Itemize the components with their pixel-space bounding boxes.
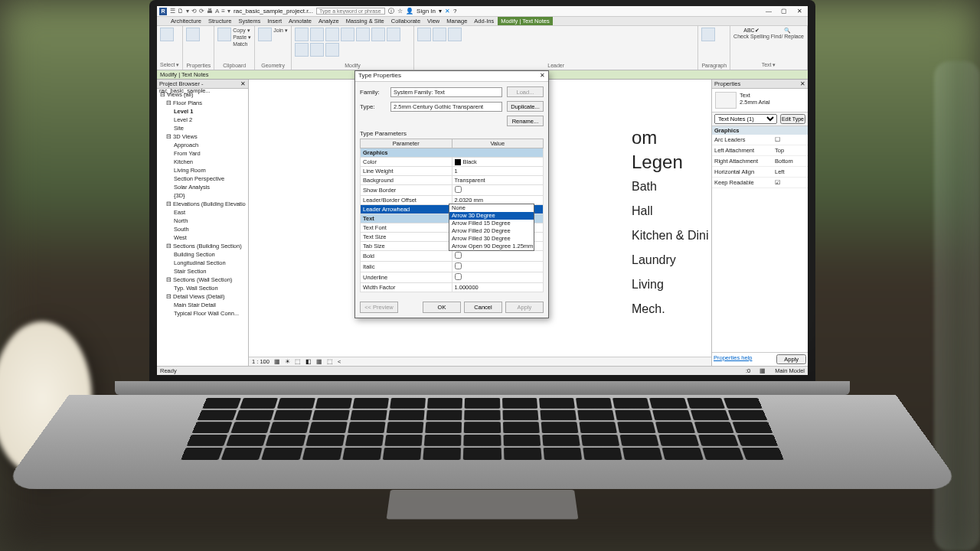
signin-link[interactable]: Sign In (416, 8, 436, 15)
tab-insert[interactable]: Insert (264, 17, 285, 25)
exchange-icon[interactable]: ✕ (445, 8, 450, 15)
properties-palette: Properties✕ Text2.5mm Arial Text Notes (… (711, 80, 808, 366)
tree-node[interactable]: ⊟ Detail Views (Detail) (158, 292, 247, 301)
tree[interactable]: ⊟ Views (all)⊟ Floor PlansLevel 1Level 2… (157, 89, 248, 366)
tree-node[interactable]: Section Perspective (158, 174, 247, 183)
type-select[interactable]: 2.5mm Century Gothic Transparent (390, 102, 502, 112)
tree-node[interactable]: Approach (158, 141, 247, 149)
quick-access[interactable]: ☰🗋▾⟲⟳🖶A≡▾ (170, 8, 230, 15)
tab-architecture[interactable]: Architecture (168, 17, 204, 25)
tab-view[interactable]: View (424, 17, 443, 25)
tab-addins[interactable]: Add-Ins (471, 17, 497, 25)
tree-node[interactable]: Kitchen (158, 158, 247, 166)
tab-manage[interactable]: Manage (443, 17, 470, 25)
paste-button[interactable] (217, 28, 231, 41)
duplicate-button[interactable]: Duplicate... (507, 101, 544, 112)
tree-node[interactable]: South (158, 225, 247, 233)
rename-button[interactable]: Rename... (507, 116, 544, 126)
tree-node[interactable]: ⊟ Sections (Building Section) (158, 242, 247, 250)
dropdown-option[interactable]: Arrow Filled 30 Degree (449, 235, 534, 243)
properties-help-link[interactable]: Properties help (714, 354, 773, 364)
load-button: Load... (507, 86, 544, 97)
close-icon[interactable]: ✕ (800, 80, 805, 87)
project-name: rac_basic_sample_project.r... (234, 8, 313, 15)
dropdown-option[interactable]: Arrow 30 Degree (449, 212, 534, 220)
leader-button[interactable] (417, 28, 431, 41)
tab-systems[interactable]: Systems (235, 17, 263, 25)
apply-button[interactable]: Apply (776, 354, 806, 364)
help-icon[interactable]: ? (453, 8, 456, 15)
tree-node[interactable]: ⊟ Floor Plans (158, 99, 247, 107)
dropdown-option[interactable]: Arrow Filled 20 Degree (449, 227, 534, 235)
tree-node[interactable]: Level 2 (158, 116, 247, 124)
tab-collaborate[interactable]: Collaborate (388, 17, 423, 25)
tree-node[interactable]: From Yard (158, 149, 247, 158)
tree-node[interactable]: North (158, 217, 247, 225)
tree-node[interactable]: ⊟ 3D Views (158, 132, 247, 141)
tab-annotate[interactable]: Annotate (286, 17, 315, 25)
tab-structure[interactable]: Structure (205, 17, 234, 25)
tree-node[interactable]: Main Stair Detail (158, 301, 247, 309)
project-browser: Project Browser - rac_basic_sample...✕ ⊟… (157, 80, 249, 366)
tree-node[interactable]: ⊟ Sections (Wall Section) (158, 276, 247, 284)
room-legend: om Legen BathHallKitchen & DiniLaundryLi… (632, 126, 711, 321)
tree-node[interactable]: Typical Floor Wall Conn... (158, 309, 247, 318)
join-button[interactable] (258, 28, 272, 41)
type-properties-dialog: Type Properties✕ Family: System Family: … (354, 70, 549, 318)
selection-count: :0 (746, 367, 750, 374)
modify-tools[interactable] (295, 28, 410, 57)
app-window: R ☰🗋▾⟲⟳🖶A≡▾ rac_basic_sample_project.r..… (157, 6, 808, 375)
paragraph-button[interactable] (701, 28, 715, 41)
type-selector[interactable]: Text Notes (1) (714, 114, 777, 124)
ok-button[interactable]: OK (423, 302, 461, 313)
tree-node[interactable]: Building Section (158, 250, 247, 259)
tree-node[interactable]: Stair Section (158, 267, 247, 276)
view-control-bar[interactable]: 1 : 100▦☀⬚◧▦⬚< (249, 357, 711, 366)
title-bar: R ☰🗋▾⟲⟳🖶A≡▾ rac_basic_sample_project.r..… (157, 6, 808, 17)
apply-button: Apply (505, 302, 544, 313)
modify-button[interactable] (160, 28, 174, 41)
tree-node[interactable]: Typ. Wall Section (158, 284, 247, 292)
dropdown-option[interactable]: Arrow Open 90 Degree 1.25mm (449, 243, 534, 250)
tree-node[interactable]: East (158, 208, 247, 217)
find-replace-icon[interactable]: 🔍 (771, 28, 804, 34)
app-icon: R (159, 8, 167, 15)
close-button[interactable]: ✕ (793, 8, 805, 15)
preview-button: << Preview (360, 302, 398, 313)
dialog-close-button[interactable]: ✕ (540, 72, 545, 80)
tab-modify-text[interactable]: Modify | Text Notes (498, 17, 553, 25)
cancel-button[interactable]: Cancel (464, 302, 502, 313)
workset-display[interactable]: Main Model (775, 367, 805, 374)
tree-node[interactable]: {3D} (158, 191, 247, 200)
dropdown-option[interactable]: None (449, 204, 534, 212)
user-icon[interactable]: 👤 (406, 8, 413, 15)
close-icon[interactable]: ✕ (240, 80, 246, 87)
tree-node[interactable]: Site (158, 124, 247, 132)
ribbon: Select ▾ Properties Copy ▾Paste ▾MatchCl… (157, 26, 808, 70)
dropdown-option[interactable]: Arrow Filled 15 Degree (449, 220, 534, 227)
tree-node[interactable]: Longitudinal Section (158, 259, 247, 267)
tree-node[interactable]: Living Room (158, 166, 247, 174)
tree-node[interactable]: Solar Analysis (158, 183, 247, 191)
tab-massing[interactable]: Massing & Site (343, 17, 387, 25)
arrowhead-dropdown[interactable]: NoneArrow 30 DegreeArrow Filled 15 Degre… (449, 204, 534, 251)
ribbon-tabs: Architecture Structure Systems Insert An… (157, 17, 808, 26)
star-icon[interactable]: ☆ (397, 8, 403, 15)
tree-node[interactable]: ⊟ Views (all) (158, 90, 247, 99)
family-select[interactable]: System Family: Text (390, 87, 502, 97)
type-preview-icon (715, 92, 737, 109)
check-spelling-icon[interactable]: ABC✔ (733, 28, 769, 34)
search-input[interactable] (316, 8, 385, 15)
minimize-button[interactable]: — (763, 8, 775, 15)
tree-node[interactable]: ⊟ Elevations (Building Elevatio (158, 200, 247, 208)
status-bar: Ready :0 ▦ Main Model (157, 366, 808, 375)
maximize-button[interactable]: ▢ (778, 8, 790, 15)
properties-button[interactable] (186, 28, 200, 41)
tree-node[interactable]: Level 1 (158, 107, 247, 116)
tab-analyze[interactable]: Analyze (315, 17, 342, 25)
edit-type-button[interactable]: Edit Type (780, 114, 805, 124)
tree-node[interactable]: West (158, 233, 247, 242)
info-icon[interactable]: ⓘ (388, 7, 394, 15)
